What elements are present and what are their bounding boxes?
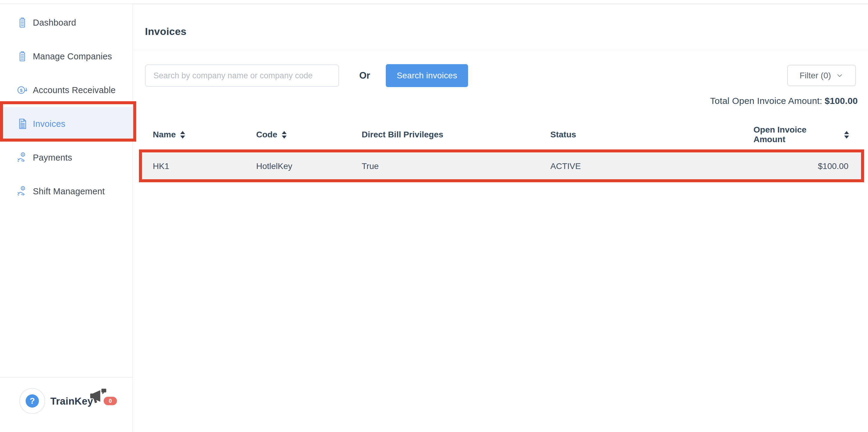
cell-code: HotlelKey (245, 162, 351, 171)
sidebar-item-payments[interactable]: $ Payments (0, 141, 133, 174)
cell-open-invoice-amount: $100.00 (743, 162, 861, 171)
sidebar-item-dashboard[interactable]: Dashboard (0, 6, 133, 39)
brand-logo-text: TrainKey (50, 396, 93, 407)
help-button[interactable]: ? (19, 388, 45, 414)
column-header-name[interactable]: Name (142, 130, 245, 139)
sidebar-item-label: Accounts Receivable (33, 85, 116, 95)
sort-icon[interactable] (180, 131, 185, 139)
search-input[interactable] (145, 64, 339, 87)
invoices-table: Name Code Direct Bill Privileges Status … (142, 125, 861, 179)
svg-text:$: $ (20, 88, 23, 93)
sidebar-item-label: Payments (33, 153, 72, 163)
svg-text:$: $ (22, 187, 24, 190)
svg-text:$: $ (22, 153, 24, 156)
hand-coin-icon: $ (17, 185, 28, 197)
sidebar-item-manage-companies[interactable]: Manage Companies (0, 39, 133, 73)
filter-button[interactable]: Filter (0) (787, 65, 856, 86)
sidebar-item-invoices[interactable]: $ Invoices (0, 107, 133, 141)
question-mark-icon: ? (26, 394, 39, 408)
sidebar-footer: ? TrainKey 0 (0, 377, 133, 432)
sidebar-item-label: Invoices (33, 119, 65, 129)
notification-badge: 0 (104, 397, 117, 405)
column-header-direct-bill-privileges: Direct Bill Privileges (351, 130, 539, 139)
filter-button-label: Filter (0) (800, 71, 831, 80)
sidebar-item-accounts-receivable[interactable]: $ Accounts Receivable (0, 73, 133, 107)
column-header-status: Status (539, 130, 743, 139)
dollar-circle-arrow-icon: $ (17, 84, 28, 96)
page-title: Invoices (145, 26, 187, 37)
building-ledger-icon (17, 50, 28, 62)
sidebar-item-shift-management[interactable]: $ Shift Management (0, 174, 133, 208)
column-header-code[interactable]: Code (245, 130, 351, 139)
sidebar: Dashboard Manage Companies $ (0, 4, 133, 432)
sort-icon[interactable] (282, 131, 287, 139)
search-invoices-button[interactable]: Search invoices (386, 64, 468, 87)
building-ledger-icon (17, 16, 28, 29)
main-content: Invoices Or Search invoices Filter (0) T… (133, 4, 868, 432)
cell-direct-bill-privileges: True (351, 162, 539, 171)
announcements-button[interactable]: 0 (90, 388, 120, 408)
invoice-document-icon: $ (17, 118, 28, 130)
table-row[interactable]: HK1 HotlelKey True ACTIVE $100.00 (142, 153, 861, 179)
hand-coin-icon: $ (17, 152, 28, 164)
summary-label: Total Open Invoice Amount: (710, 96, 822, 106)
column-header-open-invoice-amount[interactable]: Open Invoice Amount (743, 125, 861, 144)
or-label: Or (351, 64, 378, 87)
cell-status: ACTIVE (539, 162, 743, 171)
sidebar-item-label: Manage Companies (33, 52, 112, 62)
summary-amount: $100.00 (825, 96, 858, 106)
sidebar-item-label: Dashboard (33, 18, 76, 28)
table-header-row: Name Code Direct Bill Privileges Status … (142, 125, 861, 142)
chevron-down-icon (836, 72, 844, 79)
cell-name: HK1 (142, 162, 245, 171)
sort-icon[interactable] (844, 131, 849, 139)
sidebar-item-label: Shift Management (33, 187, 105, 196)
total-open-invoice-amount: Total Open Invoice Amount:$100.00 (710, 96, 858, 106)
